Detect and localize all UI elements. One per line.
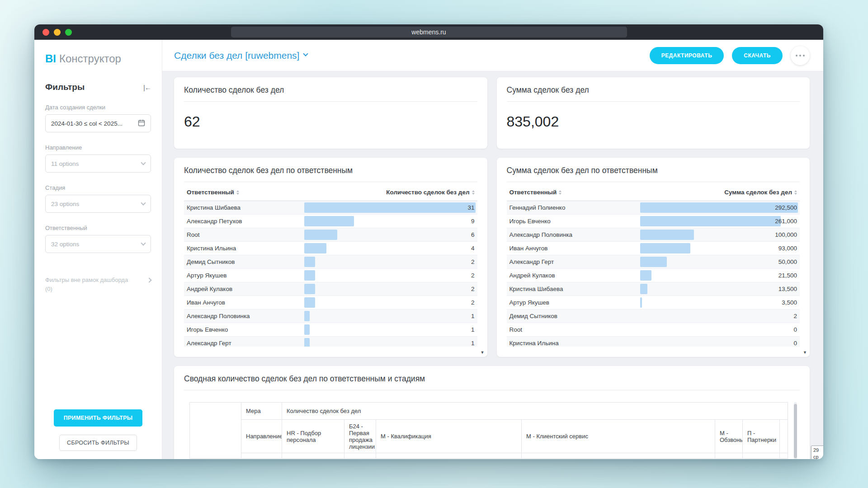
table-row[interactable]: Александр Половинка1 [184,310,477,323]
pivot-direction-label: Направление [241,420,282,453]
value-bar [640,243,798,253]
value-bar [304,284,476,294]
table-row[interactable]: Геннадий Полиенко292,500 [507,201,800,215]
column-header-owner[interactable]: Ответственный [509,189,562,196]
sort-icon [794,190,797,195]
pivot-card: Сводная количество сделок без дел по отв… [174,366,810,459]
stage-filter-select[interactable]: 23 options [45,195,151,213]
owner-name: Артур Якушев [187,272,226,279]
apply-filters-button[interactable]: ПРИМЕНИТЬ ФИЛЬТРЫ [54,409,142,427]
table-row[interactable]: Кристина Шибаева31 [184,201,477,215]
column-header-value[interactable]: Сумма сделок без дел [724,189,797,196]
pivot-scrollbar[interactable] [794,402,797,459]
pivot-direction-header: Б24 - Первая продажа лицензии [344,420,376,453]
row-value: 292,500 [775,204,797,211]
table-row[interactable]: Демид Сытников2 [184,255,477,269]
value-bar [640,230,798,240]
url-text: webmens.ru [411,28,446,36]
table-row[interactable]: Артур Якушев2 [184,269,477,282]
card-title: Количество сделок без дел [184,85,477,95]
outer-filters-link[interactable]: Фильтры вне рамок дашборда (0) [45,276,151,293]
table-row[interactable]: Артур Якушев3,500 [507,296,800,310]
table-row[interactable]: Кристина Ильина0 [507,337,800,347]
divider [184,101,477,102]
table-row[interactable]: Root6 [184,228,477,242]
owner-name: Александр Половинка [509,231,573,238]
logo-accent: BI [45,52,56,65]
table-row[interactable]: Иван Анчугов2 [184,296,477,310]
sort-icon [472,190,475,195]
owner-name: Игорь Евченко [509,218,551,225]
owner-name: Александр Герт [187,340,231,347]
value-bar [304,270,476,281]
value-bar [304,311,476,321]
card-title: Сводная количество сделок без дел по отв… [184,374,800,384]
chevron-down-icon [141,240,146,245]
table-row[interactable]: Демид Сытников2 [507,310,800,323]
card-title: Сумма сделок без дел [507,85,800,95]
pivot-corner-cell [190,403,241,459]
owner-name: Иван Анчугов [187,299,225,306]
url-bar[interactable]: webmens.ru [231,27,627,38]
row-value: 9 [471,218,475,225]
table-row[interactable]: Александр Герт50,000 [507,255,800,269]
column-header-value[interactable]: Количество сделок без дел [386,189,474,196]
value-bar [640,324,798,335]
owner-name: Игорь Евченко [187,326,228,333]
card-title: Количество сделок без дел по ответственн… [184,166,477,175]
table-row[interactable]: Кристина Шибаева13,500 [507,282,800,296]
table-row[interactable]: Андрей Кулаков21,500 [507,269,800,282]
select-placeholder: 32 options [51,241,79,248]
table-header: Ответственный Сумма сделок без дел [507,184,800,201]
zoom-button[interactable] [65,29,72,36]
chevron-down-icon [303,51,308,56]
scroll-down-indicator[interactable]: ▼ [481,350,485,355]
pivot-direction-header: П - Партнерки [743,420,780,453]
row-value: 93,000 [778,245,797,252]
dashboard-title-dropdown[interactable]: Сделки без дел [ruwebmens] [174,50,307,61]
download-button[interactable]: СКАЧАТЬ [732,47,783,64]
row-value: 1 [471,340,475,347]
value-bar [640,202,798,213]
logo-text: Конструктор [59,52,121,65]
value-bar [304,257,476,267]
date-filter-input[interactable]: 2024-01-30 ≤ col < 2025... [45,114,151,132]
table-row[interactable]: Александр Петухов9 [184,215,477,228]
minimize-button[interactable] [54,29,61,36]
stat-card-count: Количество сделок без дел 62 [174,77,487,149]
scrollbar-thumb[interactable] [794,404,797,458]
value-bar [640,270,798,281]
direction-filter-select[interactable]: 11 options [45,155,151,173]
outer-filters-label: Фильтры вне рамок дашборда [45,276,128,285]
table-row[interactable]: Кристина Ильина4 [184,242,477,255]
row-value: 3,500 [782,299,797,306]
chevron-down-icon [141,200,146,205]
reset-filters-button[interactable]: СБРОСИТЬ ФИЛЬТРЫ [59,435,137,451]
table-row[interactable]: Александр Половинка100,000 [507,228,800,242]
row-value: 2 [471,286,475,292]
row-value: 50,000 [778,258,797,265]
column-header-owner[interactable]: Ответственный [187,189,239,196]
table-row[interactable]: Игорь Евченко1 [184,323,477,337]
collapse-sidebar-icon[interactable]: |← [143,84,151,91]
owner-name: Артур Якушев [509,299,549,306]
close-button[interactable] [42,29,49,36]
edit-button[interactable]: РЕДАКТИРОВАТЬ [650,47,724,64]
filter-label: Направление [45,144,151,151]
more-button[interactable] [791,46,810,65]
outer-filters-count: (0) [45,285,128,294]
table-row[interactable]: Иван Анчугов93,000 [507,242,800,255]
table-row[interactable]: Root0 [507,323,800,337]
owner-filter-select[interactable]: 32 options [45,235,151,253]
owner-name: Кристина Ильина [509,340,559,347]
table-row[interactable]: Андрей Кулаков2 [184,282,477,296]
select-placeholder: 11 options [51,160,79,167]
table-row[interactable]: Игорь Евченко261,000 [507,215,800,228]
row-value: 0 [793,326,797,333]
table-row[interactable]: Александр Герт1 [184,337,477,347]
owner-name: Демид Сытников [509,313,557,319]
select-placeholder: 23 options [51,201,79,207]
owner-name: Александр Половинка [187,313,250,319]
window-controls [42,24,72,40]
scroll-down-indicator[interactable]: ▼ [803,350,807,355]
